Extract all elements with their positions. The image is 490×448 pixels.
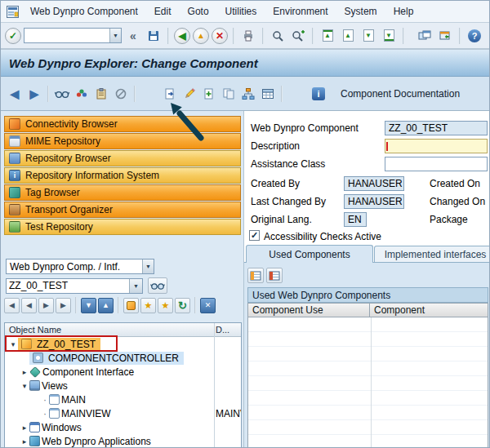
new-session-button[interactable]	[416, 27, 434, 45]
next-page-button[interactable]: ▼	[359, 27, 377, 45]
help-button[interactable]: ?	[466, 27, 483, 45]
save-button[interactable]	[145, 27, 163, 45]
print-button[interactable]	[239, 27, 257, 45]
tree-row-component-interface[interactable]: ▸ Component Interface	[5, 365, 241, 379]
original-lang-field[interactable]: EN	[344, 212, 367, 227]
description-field[interactable]	[385, 139, 488, 153]
sidebar-button-repository-information-system[interactable]: i Repository Information System	[4, 167, 241, 184]
object-list-button[interactable]	[239, 85, 257, 103]
insert-row-button[interactable]	[247, 268, 264, 283]
test-repository-icon	[9, 221, 20, 233]
collapse-all-button[interactable]: ▼	[81, 298, 96, 313]
tab-label: Implemented interfaces	[385, 249, 487, 260]
object-type-select[interactable]: Web Dynpro Comp. / Intf. ▼	[6, 259, 154, 274]
copy-button[interactable]	[92, 85, 110, 103]
create-shortcut-button[interactable]	[436, 27, 454, 45]
deactivate-button[interactable]	[112, 85, 130, 103]
object-name-input[interactable]	[7, 279, 129, 293]
tree-row-mainview[interactable]: · MAINVIEW MAINV	[5, 406, 241, 420]
back-button[interactable]: ◀	[174, 28, 190, 44]
system-menu-icon[interactable]	[7, 6, 19, 18]
used-components-table-body[interactable]	[247, 317, 488, 448]
enter-button[interactable]: ✓	[5, 28, 21, 44]
create-object-button[interactable]	[200, 85, 218, 103]
accessibility-checkbox[interactable]: ✓	[249, 230, 260, 241]
history-back-button[interactable]: ◀	[21, 298, 37, 313]
item-list-button[interactable]: «	[124, 27, 142, 45]
tree-row-main[interactable]: · MAIN	[5, 393, 241, 406]
title-bar: Web Dynpro Explorer: Change Component	[1, 50, 490, 77]
last-page-icon: ▼	[384, 29, 394, 42]
tree-row-web-dynpro-applications[interactable]: ▸ Web Dynpro Applications	[5, 434, 241, 448]
component-documentation-button[interactable]: Component Documentation	[341, 88, 460, 100]
menu-environment[interactable]: Environment	[271, 4, 329, 19]
expand-icon[interactable]: ▸	[20, 424, 29, 432]
exit-icon: ▲	[197, 32, 205, 40]
copy-object-button[interactable]	[220, 85, 238, 103]
sidebar-button-repository-browser[interactable]: Repository Browser	[4, 150, 241, 166]
find-next-button[interactable]	[289, 27, 307, 45]
other-object-button[interactable]	[161, 85, 179, 103]
last-changed-by-field[interactable]: HANAUSER	[344, 194, 404, 209]
glasses-icon	[55, 88, 69, 100]
display-object-name-button[interactable]	[148, 277, 167, 294]
display-change-button[interactable]	[180, 85, 198, 103]
browser-buttons: Connectivity Browser MIME Repository Rep…	[4, 116, 241, 236]
menu-utilities[interactable]: Utilities	[224, 4, 259, 19]
favorites-button[interactable]: ★	[158, 298, 173, 313]
sidebar-button-tag-browser[interactable]: Tag Browser	[4, 184, 241, 201]
column-header-component-use[interactable]: Component Use	[247, 303, 370, 317]
history-first-button[interactable]: ◀	[4, 298, 20, 313]
collapse-icon[interactable]: ▾	[20, 382, 29, 390]
exit-button[interactable]: ▲	[193, 28, 209, 44]
menu-web-dynpro-component[interactable]: Web Dynpro Component	[29, 4, 140, 19]
find-button[interactable]	[269, 27, 287, 45]
menu-help[interactable]: Help	[392, 4, 416, 19]
object-name-dropdown[interactable]: ▼	[129, 279, 142, 293]
tree-row-component[interactable]: ▾ ZZ_00_TEST	[5, 337, 241, 351]
last-page-button[interactable]: ▼	[380, 27, 398, 45]
expand-icon[interactable]: ▸	[20, 368, 29, 376]
previous-page-button[interactable]: ▲	[339, 27, 357, 45]
sidebar-button-test-repository[interactable]: Test Repository	[4, 219, 241, 235]
display-object-button[interactable]	[53, 85, 71, 103]
command-dropdown-icon[interactable]: ▼	[109, 29, 121, 42]
tree-row-componentcontroller[interactable]: COMPONENTCONTROLLER	[5, 351, 241, 365]
object-type-dropdown[interactable]: ▼	[142, 259, 154, 273]
tree-row-views[interactable]: ▾ Views	[5, 379, 241, 393]
history-forward-button[interactable]: ▶	[38, 298, 54, 313]
tab-implemented-interfaces[interactable]: Implemented interfaces	[374, 246, 490, 262]
command-input[interactable]	[24, 29, 109, 42]
menu-system[interactable]: System	[343, 4, 379, 19]
tree-header[interactable]: Object Name D...	[5, 323, 241, 337]
expand-icon[interactable]: ▸	[20, 437, 29, 446]
command-field[interactable]: ▼	[24, 28, 122, 43]
sidebar-button-transport-organizer[interactable]: Transport Organizer	[4, 202, 241, 218]
sidebar-button-connectivity-browser[interactable]: Connectivity Browser	[4, 116, 241, 132]
delete-row-button[interactable]	[266, 268, 283, 283]
created-by-field[interactable]: HANAUSER	[344, 176, 404, 191]
close-browser-button[interactable]: ✕	[200, 298, 216, 313]
cancel-button[interactable]: ✕	[212, 28, 228, 44]
nav-forward-button[interactable]: ▶	[25, 85, 43, 103]
info-button[interactable]: i	[310, 85, 327, 103]
object-name-row: ▼	[6, 277, 167, 294]
expand-all-button[interactable]: ▲	[98, 298, 114, 313]
collapse-icon[interactable]: ▾	[8, 340, 18, 348]
component-field[interactable]: ZZ_00_TEST	[385, 121, 488, 135]
check-test-button[interactable]	[73, 85, 91, 103]
history-last-button[interactable]: ▶	[56, 298, 71, 313]
tree-row-windows[interactable]: ▸ Windows	[5, 420, 241, 434]
table-view-button[interactable]	[259, 85, 277, 103]
create-subtree-button[interactable]	[123, 298, 139, 313]
refresh-button[interactable]: ↻	[175, 298, 190, 313]
column-header-component[interactable]: Component	[369, 303, 488, 317]
tab-used-components[interactable]: Used Components	[246, 245, 373, 263]
nav-back-button[interactable]: ◀	[6, 85, 24, 103]
assistance-class-field[interactable]	[385, 157, 488, 171]
menu-edit[interactable]: Edit	[153, 4, 173, 19]
add-favorite-button[interactable]: ★	[140, 298, 156, 313]
menu-goto[interactable]: Goto	[186, 4, 211, 19]
sidebar-button-mime-repository[interactable]: MIME Repository	[4, 133, 241, 149]
first-page-button[interactable]: ▲	[318, 27, 336, 45]
